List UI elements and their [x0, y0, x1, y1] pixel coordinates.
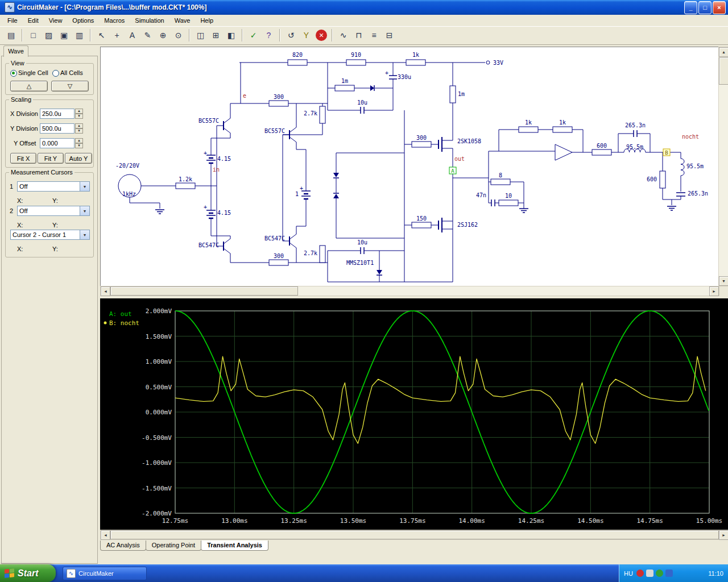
cursor1-value[interactable]: Off [17, 181, 80, 192]
title-bar: ∿ CircuitMaker - [C:\Program Files\...\b… [0, 0, 728, 15]
y-division-value[interactable]: 500.0u [40, 123, 75, 134]
cursor-diff-select[interactable]: Cursor 2 - Cursor 1▼ [10, 230, 90, 240]
scale-up-button[interactable]: △ [10, 81, 48, 92]
x-division-spinner[interactable]: ▲▼ [75, 109, 83, 119]
find-icon[interactable]: ◫ [193, 28, 208, 43]
security-alert-icon[interactable] [636, 569, 644, 577]
mixed-wave-icon[interactable]: ⊟ [382, 28, 396, 43]
tab-operating-point[interactable]: Operating Point [146, 541, 201, 551]
view-group: View Single Cell All Cells △ ▽ [5, 63, 94, 95]
stop-icon[interactable]: × [316, 30, 327, 41]
cursor-tool-icon[interactable]: ↖ [94, 28, 109, 43]
open-file-icon[interactable]: ▨ [42, 28, 56, 43]
schematic-label: nocht [682, 134, 699, 140]
grid-toggle-icon[interactable]: ⊞ [209, 28, 223, 43]
menu-macros[interactable]: Macros [99, 16, 130, 25]
schematic-label: 95.5m [626, 144, 643, 150]
all-cells-label: All Cells [60, 69, 83, 76]
volume-icon[interactable] [646, 569, 653, 577]
digital-wave-icon[interactable]: ⊓ [351, 28, 366, 43]
schematic-hscroll-thumb[interactable] [110, 286, 298, 296]
cursor1-select[interactable]: Off▼ [17, 181, 90, 192]
zoom-probe-tool-icon[interactable]: ⊕ [156, 28, 170, 43]
schematic-label: 10u [357, 239, 367, 246]
legend-entry[interactable]: A: out [109, 310, 132, 318]
fit-x-button[interactable]: Fit X [10, 153, 36, 164]
parts-bin-icon[interactable]: ▤ [4, 28, 18, 43]
wave-scroll-left-button[interactable]: ◄ [101, 530, 110, 540]
wave-scroll-right-button[interactable]: ► [719, 530, 728, 540]
all-cells-radio[interactable] [52, 70, 59, 77]
save-file-icon[interactable]: ▣ [57, 28, 71, 43]
taskbar-task-circuitmaker[interactable]: ∿ CircuitMaker [63, 567, 147, 580]
menu-view[interactable]: View [44, 16, 68, 25]
undo-icon[interactable]: ↺ [284, 28, 298, 43]
tab-transient-analysis[interactable]: Transient Analysis [201, 541, 268, 551]
zoom-tool-icon[interactable]: ⊙ [171, 28, 185, 43]
scroll-up-button[interactable]: ▲ [719, 47, 728, 57]
schematic-label: 330u [398, 74, 411, 80]
schematic-label: BC547C [264, 235, 285, 242]
y-division-spinner[interactable]: ▲▼ [75, 123, 83, 134]
schematic-vscrollbar[interactable]: ▲ ▼ [718, 47, 728, 286]
menu-options[interactable]: Options [67, 16, 99, 25]
language-indicator[interactable]: HU [624, 570, 633, 577]
help-icon[interactable]: ? [262, 28, 276, 43]
single-cell-radio[interactable] [10, 70, 17, 77]
scroll-down-button[interactable]: ▼ [719, 276, 728, 286]
menu-help[interactable]: Help [195, 16, 218, 25]
print-icon[interactable]: ▥ [72, 28, 86, 43]
menu-simulation[interactable]: Simulation [130, 16, 169, 25]
wire-tool-icon[interactable]: ✎ [140, 28, 155, 43]
scroll-left-button[interactable]: ◄ [101, 286, 110, 296]
plus-tool-icon[interactable]: + [110, 28, 124, 43]
schematic-label: 10 [505, 193, 512, 199]
display-icon[interactable] [665, 569, 673, 577]
run-check-icon[interactable]: ✓ [246, 28, 260, 43]
probe-icon[interactable]: Y [299, 28, 313, 43]
y-offset-field[interactable]: 0.000 ▲▼ [40, 138, 83, 148]
tab-wave[interactable]: Wave [3, 45, 28, 57]
menu-file[interactable]: File [2, 16, 23, 25]
y-offset-spinner[interactable]: ▲▼ [75, 138, 83, 148]
restore-button[interactable]: □ [698, 1, 712, 14]
split-view-icon[interactable]: ◧ [224, 28, 238, 43]
schematic-label: 300 [274, 94, 284, 100]
text-tool-icon[interactable]: A [125, 28, 139, 43]
schematic-label: 2.7k [304, 250, 317, 256]
waveform-plot[interactable]: 2.000mV1.500mV1.000mV0.500mV0.000mV-0.50… [100, 298, 728, 530]
schematic-canvas[interactable]: 8209101k33V1m330u10u1m300e2.7kBC557CBC55… [100, 47, 719, 286]
minimize-button[interactable]: _ [684, 1, 697, 14]
series-b--nocht [175, 356, 706, 443]
close-button[interactable]: × [713, 1, 726, 14]
y-division-field[interactable]: 500.0u ▲▼ [40, 123, 83, 134]
analog-wave-icon[interactable]: ∿ [336, 28, 350, 43]
cursor2-value[interactable]: Off [17, 206, 80, 216]
menu-edit[interactable]: Edit [23, 16, 44, 25]
schematic-label: 1m [341, 78, 348, 84]
x-division-field[interactable]: 250.0u ▲▼ [40, 109, 83, 119]
scroll-right-button[interactable]: ► [709, 286, 719, 296]
y-offset-value[interactable]: 0.000 [40, 138, 75, 148]
legend-entry[interactable]: B: nocht [109, 319, 139, 327]
waveform-hscrollbar[interactable]: ◄ ► [100, 530, 728, 540]
cursor1-y-label: Y: [52, 197, 58, 204]
tab-ac-analysis[interactable]: AC Analysis [100, 541, 146, 551]
bus-wave-icon[interactable]: ≡ [367, 28, 381, 43]
schematic-vscroll-thumb[interactable] [719, 57, 728, 85]
schematic-label: 1m [458, 91, 465, 97]
cursor2-select[interactable]: Off▼ [17, 206, 90, 216]
auto-y-button[interactable]: Auto Y [65, 153, 92, 164]
x-division-value[interactable]: 250.0u [40, 109, 75, 119]
cursor-diff-value[interactable]: Cursor 2 - Cursor 1 [10, 230, 80, 240]
cursor-diff-y-label: Y: [52, 246, 58, 252]
x-axis-tick-label: 15.00ms [696, 517, 722, 525]
schematic-hscrollbar[interactable]: ◄ ► [100, 286, 719, 296]
menu-wave[interactable]: Wave [169, 16, 196, 25]
new-file-icon[interactable]: □ [26, 28, 40, 43]
fit-y-button[interactable]: Fit Y [38, 153, 64, 164]
start-button[interactable]: Start [0, 564, 56, 582]
waveform-hscroll-thumb[interactable] [110, 530, 719, 539]
network-icon[interactable] [656, 569, 663, 577]
scale-down-button[interactable]: ▽ [51, 81, 89, 92]
